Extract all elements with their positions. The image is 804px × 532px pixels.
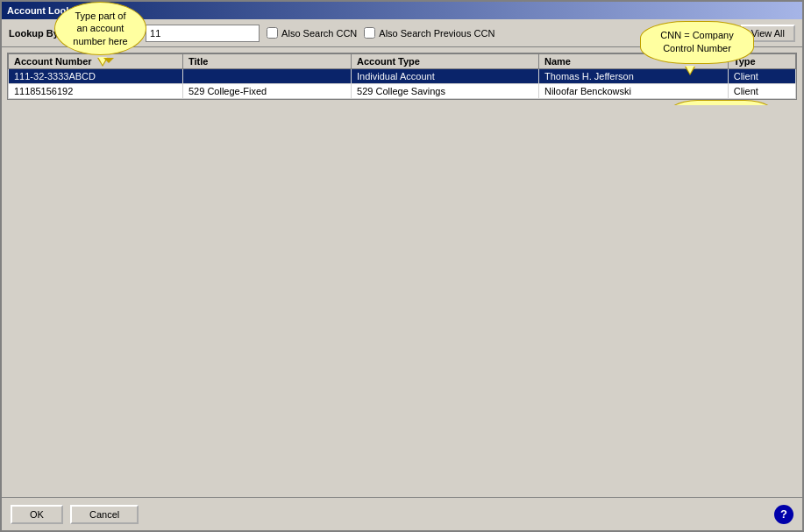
table-row[interactable]: 111-32-3333ABCDIndividual AccountThomas … bbox=[9, 69, 796, 84]
footer: OK Cancel ? bbox=[2, 497, 802, 530]
col-header-account-number: Account Number bbox=[9, 54, 183, 69]
content-wrapper: Account Number Title Account Type Name T… bbox=[2, 47, 802, 497]
table-cell-accountNumber: 111-32-3333ABCD bbox=[9, 69, 183, 84]
table-cell-name: Thomas H. Jefferson bbox=[538, 69, 728, 84]
col-header-title: Title bbox=[182, 54, 351, 69]
table-body: 111-32-3333ABCDIndividual AccountThomas … bbox=[9, 69, 796, 99]
ok-button[interactable]: OK bbox=[11, 505, 63, 524]
cancel-button[interactable]: Cancel bbox=[70, 505, 139, 524]
table-cell-type: Client bbox=[728, 84, 795, 99]
also-search-ccn-label: Also Search CCN bbox=[281, 28, 357, 39]
also-search-previous-ccn-group: Also Search Previous CCN bbox=[364, 27, 494, 39]
also-search-ccn-group: Also Search CCN bbox=[267, 27, 357, 39]
callout-viewall: You can also view all accounts then sort… bbox=[662, 100, 780, 105]
also-search-previous-ccn-checkbox[interactable] bbox=[364, 27, 375, 39]
also-search-previous-ccn-label: Also Search Previous CCN bbox=[379, 28, 494, 39]
help-icon[interactable]: ? bbox=[774, 505, 793, 524]
table-cell-type: Client bbox=[728, 69, 795, 84]
table-cell-name: Niloofar Benckowski bbox=[538, 84, 728, 99]
table-cell-title: 529 College-Fixed bbox=[182, 84, 351, 99]
account-lookup-dialog: Account Lookup Type part of an account n… bbox=[0, 0, 804, 532]
col-header-account-type: Account Type bbox=[352, 54, 539, 69]
search-input[interactable] bbox=[146, 25, 260, 42]
callout-cnn: CNN = Company Control Number bbox=[640, 21, 754, 64]
table-cell-accountNumber: 11185156192 bbox=[9, 84, 183, 99]
table-cell-title bbox=[182, 69, 351, 84]
table-row[interactable]: 11185156192529 College-Fixed529 College … bbox=[9, 84, 796, 99]
table-cell-accountType: 529 College Savings bbox=[352, 84, 539, 99]
callout-account: Type part of an account number here bbox=[54, 2, 146, 55]
table-cell-accountType: Individual Account bbox=[352, 69, 539, 84]
also-search-ccn-checkbox[interactable] bbox=[267, 27, 278, 39]
